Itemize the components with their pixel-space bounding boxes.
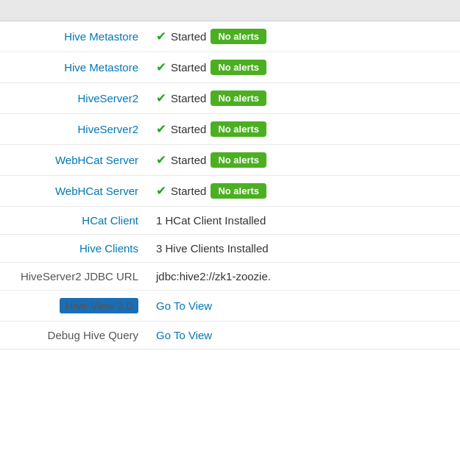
- check-icon: ✔: [156, 183, 166, 199]
- row-value-cell: 3 Hive Clients Installed: [147, 235, 460, 263]
- row-label-cell: Hive Metastore: [0, 21, 147, 52]
- service-link[interactable]: WebHCat Server: [55, 185, 138, 197]
- row-label-cell: HCat Client: [0, 207, 147, 235]
- table-row: Hive Metastore✔StartedNo alerts: [0, 52, 460, 83]
- check-icon: ✔: [156, 152, 166, 168]
- row-value-cell: ✔StartedNo alerts: [147, 176, 460, 207]
- row-value-cell: ✔StartedNo alerts: [147, 145, 460, 176]
- row-value-cell: jdbc:hive2://zk1-zoozie.: [147, 263, 460, 291]
- no-alerts-badge: No alerts: [210, 90, 266, 106]
- info-text: 1 HCat Client Installed: [156, 214, 266, 227]
- row-label-text: HiveServer2 JDBC URL: [21, 270, 138, 283]
- service-link[interactable]: Hive Metastore: [64, 61, 138, 74]
- row-label-cell: WebHCat Server: [0, 145, 147, 176]
- no-alerts-badge: No alerts: [210, 60, 266, 75]
- table-row: Hive Clients3 Hive Clients Installed: [0, 235, 460, 263]
- go-to-view-link[interactable]: Go To View: [156, 299, 212, 312]
- row-label-cell: WebHCat Server: [0, 176, 147, 207]
- hive-view-label: Hive View 2.0: [60, 298, 138, 313]
- status-container: ✔StartedNo alerts: [156, 183, 451, 199]
- go-to-view-link[interactable]: Go To View: [156, 329, 212, 341]
- row-label-cell: Hive Metastore: [0, 52, 147, 83]
- table-row: HiveServer2 JDBC URLjdbc:hive2://zk1-zoo…: [0, 263, 460, 291]
- table-row: WebHCat Server✔StartedNo alerts: [0, 145, 460, 176]
- status-text: Started: [171, 61, 206, 74]
- table-row: HiveServer2✔StartedNo alerts: [0, 114, 460, 145]
- info-text: 3 Hive Clients Installed: [156, 242, 269, 255]
- row-value-cell: 1 HCat Client Installed: [147, 207, 460, 235]
- table-row: Hive Metastore✔StartedNo alerts: [0, 21, 460, 52]
- no-alerts-badge: No alerts: [210, 183, 266, 199]
- row-label-cell: Hive Clients: [0, 235, 147, 263]
- service-link[interactable]: HCat Client: [82, 214, 138, 227]
- status-text: Started: [171, 154, 206, 166]
- table-row: WebHCat Server✔StartedNo alerts: [0, 176, 460, 207]
- row-value-cell: Go To View: [147, 291, 460, 322]
- no-alerts-badge: No alerts: [210, 152, 266, 168]
- check-icon: ✔: [156, 90, 166, 106]
- row-label-cell: HiveServer2 JDBC URL: [0, 263, 147, 291]
- check-icon: ✔: [156, 121, 166, 137]
- status-container: ✔StartedNo alerts: [156, 121, 451, 137]
- service-link[interactable]: HiveServer2: [77, 92, 138, 104]
- service-link[interactable]: Hive Clients: [79, 242, 138, 255]
- check-icon: ✔: [156, 60, 166, 75]
- table-row: HiveServer2✔StartedNo alerts: [0, 83, 460, 114]
- service-link[interactable]: Hive Metastore: [64, 30, 138, 43]
- table-row: Debug Hive QueryGo To View: [0, 322, 460, 349]
- status-text: Started: [171, 30, 206, 43]
- service-link[interactable]: HiveServer2: [77, 123, 138, 135]
- status-container: ✔StartedNo alerts: [156, 60, 451, 75]
- row-value-cell: ✔StartedNo alerts: [147, 83, 460, 114]
- row-value-cell: ✔StartedNo alerts: [147, 21, 460, 52]
- summary-table: Hive Metastore✔StartedNo alertsHive Meta…: [0, 21, 460, 349]
- row-label-text: Debug Hive Query: [48, 329, 138, 341]
- jdbc-url-text: jdbc:hive2://zk1-zoozie.: [156, 270, 271, 283]
- table-row: HCat Client1 HCat Client Installed: [0, 207, 460, 235]
- status-container: ✔StartedNo alerts: [156, 152, 451, 168]
- status-container: ✔StartedNo alerts: [156, 90, 451, 106]
- row-label-cell: HiveServer2: [0, 83, 147, 114]
- row-value-cell: Go To View: [147, 322, 460, 349]
- status-text: Started: [171, 92, 206, 104]
- row-value-cell: ✔StartedNo alerts: [147, 114, 460, 145]
- status-text: Started: [171, 185, 206, 197]
- no-alerts-badge: No alerts: [210, 121, 266, 137]
- row-label-cell: Hive View 2.0: [0, 291, 147, 322]
- status-container: ✔StartedNo alerts: [156, 29, 451, 44]
- table-row: Hive View 2.0Go To View: [0, 291, 460, 322]
- status-text: Started: [171, 123, 206, 135]
- check-icon: ✔: [156, 29, 166, 44]
- no-alerts-badge: No alerts: [210, 29, 266, 44]
- row-value-cell: ✔StartedNo alerts: [147, 52, 460, 83]
- row-label-cell: Debug Hive Query: [0, 322, 147, 349]
- row-label-cell: HiveServer2: [0, 114, 147, 145]
- summary-header: [0, 0, 460, 21]
- service-link[interactable]: WebHCat Server: [55, 154, 138, 166]
